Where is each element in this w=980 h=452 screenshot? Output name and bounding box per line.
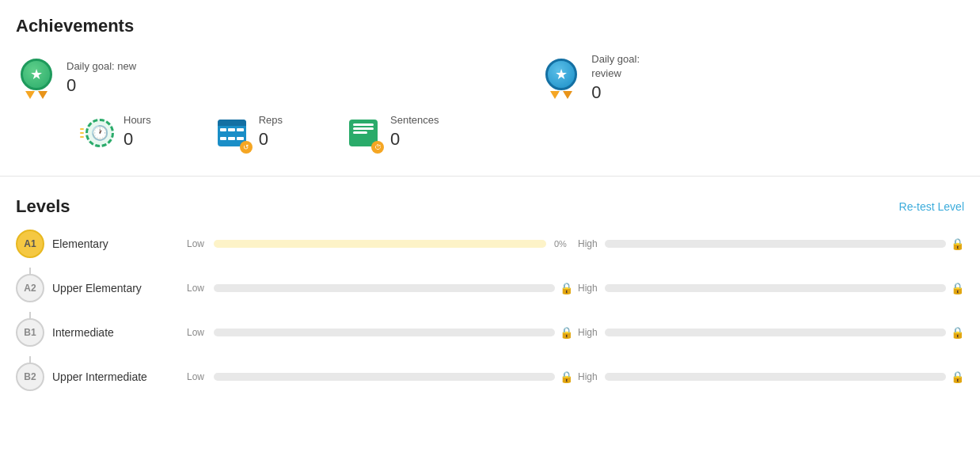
level-badge-a1: A1 — [16, 230, 44, 258]
daily-review-label1: Daily goal: — [591, 52, 640, 66]
level-name-b2: Upper Intermediate — [52, 370, 179, 383]
low-label-b2: Low — [187, 371, 209, 382]
reps-label: Reps — [259, 113, 283, 127]
notes-icon: ⏱ — [346, 116, 381, 150]
medal-blue-icon: ★ — [541, 59, 582, 100]
calendar-icon: ↺ — [215, 116, 249, 150]
high-label-a1: High — [578, 238, 600, 249]
low-label-a2: Low — [187, 283, 209, 294]
connector-2 — [29, 312, 31, 318]
low-bar-track-b1 — [214, 329, 555, 336]
low-lock-b2: 🔒 — [560, 370, 573, 383]
daily-review-label2: review — [591, 66, 640, 81]
low-lock-b1: 🔒 — [560, 326, 573, 339]
connector-1 — [29, 268, 31, 274]
achievements-section: Achievements ★ Daily goal: new 0 — [0, 0, 980, 168]
high-bar-track-a2 — [605, 284, 946, 292]
level-bars-a1: Low 0% High 🔒 — [187, 237, 964, 250]
hours-text: Hours 0 — [123, 113, 151, 152]
daily-new-label: Daily goal: new — [66, 59, 136, 74]
hours-label: Hours — [123, 113, 151, 127]
high-bar-track-b1 — [605, 329, 946, 336]
reps-value: 0 — [259, 127, 283, 152]
level-bars-a2: Low 🔒 High 🔒 — [187, 282, 964, 294]
high-label-b2: High — [578, 371, 600, 382]
level-row-a2: A2 Upper Elementary Low 🔒 High — [16, 274, 964, 302]
level-name-b1: Intermediate — [52, 326, 179, 339]
connector-3 — [29, 356, 31, 363]
low-bar-group-a2: Low 🔒 — [187, 282, 573, 294]
level-row-b1: B1 Intermediate Low 🔒 High — [16, 318, 964, 347]
level-row-a1: A1 Elementary Low 0% High — [16, 230, 964, 258]
sentences-label: Sentences — [390, 113, 439, 127]
low-lock-a2: 🔒 — [560, 282, 573, 294]
hours-value: 0 — [123, 127, 151, 152]
low-bar-group-b2: Low 🔒 — [187, 370, 573, 383]
daily-review-item: ★ Daily goal: review 0 — [541, 52, 640, 105]
level-bars-b1: Low 🔒 High 🔒 — [187, 326, 964, 339]
high-label-a2: High — [578, 283, 600, 294]
daily-new-text: Daily goal: new 0 — [66, 59, 136, 98]
high-bar-track-b2 — [605, 373, 946, 381]
notes-badge: ⏱ — [371, 141, 384, 154]
levels-section: Levels Re-test Level A1 Elementary Low 0… — [0, 184, 980, 416]
page: Achievements ★ Daily goal: new 0 — [0, 0, 980, 452]
level-badge-b2: B2 — [16, 363, 44, 391]
achievements-row-daily: ★ Daily goal: new 0 — [16, 52, 956, 105]
high-lock-b1: 🔒 — [951, 326, 964, 339]
low-bar-pct-a1: 0% — [554, 239, 573, 249]
high-bar-group-a2: High 🔒 — [578, 282, 964, 294]
levels-header: Levels Re-test Level — [16, 196, 964, 217]
low-label-a1: Low — [187, 238, 209, 249]
low-bar-group-b1: Low 🔒 — [187, 326, 573, 339]
low-bar-track-a2 — [214, 284, 555, 292]
level-name-a2: Upper Elementary — [52, 282, 179, 294]
sentences-value: 0 — [390, 127, 439, 152]
daily-review-value: 0 — [591, 81, 640, 105]
high-lock-a2: 🔒 — [951, 282, 964, 294]
calendar-badge: ↺ — [240, 141, 253, 154]
reps-item: ↺ Reps 0 — [215, 113, 283, 152]
daily-review-text: Daily goal: review 0 — [591, 52, 640, 105]
level-badge-a2: A2 — [16, 274, 44, 302]
retest-link[interactable]: Re-test Level — [899, 200, 964, 213]
reps-text: Reps 0 — [259, 113, 283, 152]
clock-icon: 🕐 — [79, 116, 114, 150]
achievements-row-stats: 🕐 Hours 0 — [16, 113, 956, 152]
high-bar-group-b2: High 🔒 — [578, 370, 964, 383]
level-name-a1: Elementary — [52, 237, 179, 250]
high-bar-group-a1: High 🔒 — [578, 237, 964, 250]
levels-title: Levels — [16, 196, 70, 217]
low-bar-group-a1: Low 0% — [187, 238, 573, 249]
daily-new-value: 0 — [66, 74, 136, 98]
hours-item: 🕐 Hours 0 — [79, 113, 151, 152]
levels-list: A1 Elementary Low 0% High — [16, 230, 964, 391]
high-bar-track-a1 — [605, 240, 946, 248]
high-label-b1: High — [578, 327, 600, 338]
high-lock-b2: 🔒 — [951, 370, 964, 383]
achievements-title: Achievements — [16, 16, 956, 36]
sentences-text: Sentences 0 — [390, 113, 439, 152]
level-bars-b2: Low 🔒 High 🔒 — [187, 370, 964, 383]
daily-new-item: ★ Daily goal: new 0 — [16, 59, 136, 100]
low-label-b1: Low — [187, 327, 209, 338]
level-row-b2: B2 Upper Intermediate Low 🔒 High — [16, 363, 964, 391]
low-bar-track-a1 — [214, 240, 546, 248]
high-bar-group-b1: High 🔒 — [578, 326, 964, 339]
low-bar-track-b2 — [214, 373, 555, 381]
medal-green-icon: ★ — [16, 59, 57, 100]
high-lock-a1: 🔒 — [951, 237, 964, 250]
sentences-item: ⏱ Sentences 0 — [346, 113, 439, 152]
level-badge-b1: B1 — [16, 318, 44, 347]
section-divider — [0, 176, 980, 177]
